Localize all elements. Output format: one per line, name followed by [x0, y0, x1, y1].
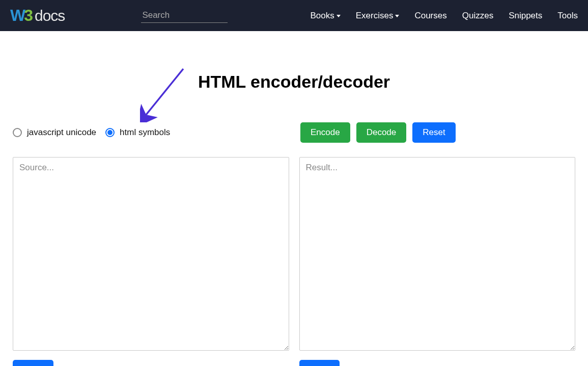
- mode-radio-group: javascript unicode html symbols: [13, 127, 290, 138]
- nav-label: Exercises: [356, 11, 394, 21]
- encode-button[interactable]: Encode: [300, 122, 350, 143]
- source-textarea[interactable]: [13, 157, 289, 351]
- result-panel: Copy: [299, 157, 576, 366]
- search-wrap: [141, 8, 228, 23]
- nav-item-courses[interactable]: Courses: [414, 11, 446, 21]
- logo-text-docs: docs: [35, 7, 65, 24]
- chevron-down-icon: [337, 15, 341, 17]
- nav-links: Books Exercises Courses Quizzes Snippets…: [310, 11, 578, 21]
- page-title: HTML encoder/decoder: [0, 72, 588, 92]
- radio-icon: [105, 128, 115, 137]
- result-textarea[interactable]: [299, 157, 576, 351]
- action-buttons: Encode Decode Reset: [300, 122, 456, 143]
- radio-icon: [13, 128, 22, 137]
- io-panels: Copy Copy: [13, 157, 575, 366]
- logo-letter-3: 3: [24, 6, 33, 25]
- reset-button[interactable]: Reset: [412, 122, 455, 143]
- nav-item-tools[interactable]: Tools: [557, 11, 578, 21]
- copy-result-button[interactable]: Copy: [299, 360, 340, 366]
- nav-item-exercises[interactable]: Exercises: [356, 11, 400, 21]
- site-logo[interactable]: W 3 docs: [10, 6, 65, 25]
- decode-button[interactable]: Decode: [356, 122, 407, 143]
- source-panel: Copy: [13, 157, 289, 366]
- nav-label: Courses: [414, 11, 446, 21]
- controls-row: javascript unicode html symbols Encode D…: [13, 122, 575, 143]
- radio-label: html symbols: [120, 127, 170, 138]
- nav-label: Tools: [557, 11, 578, 21]
- radio-javascript-unicode[interactable]: javascript unicode: [13, 127, 96, 138]
- top-navbar: W 3 docs Books Exercises Courses Quizzes…: [0, 0, 588, 31]
- copy-source-button[interactable]: Copy: [13, 360, 53, 366]
- nav-label: Quizzes: [462, 11, 493, 21]
- logo-letter-w: W: [10, 6, 25, 25]
- nav-item-quizzes[interactable]: Quizzes: [462, 11, 493, 21]
- chevron-down-icon: [395, 15, 399, 17]
- nav-item-books[interactable]: Books: [310, 11, 340, 21]
- nav-item-snippets[interactable]: Snippets: [509, 11, 542, 21]
- nav-label: Snippets: [509, 11, 542, 21]
- radio-label: javascript unicode: [27, 127, 96, 138]
- radio-html-symbols[interactable]: html symbols: [105, 127, 170, 138]
- search-input[interactable]: [141, 8, 228, 23]
- nav-label: Books: [310, 11, 334, 21]
